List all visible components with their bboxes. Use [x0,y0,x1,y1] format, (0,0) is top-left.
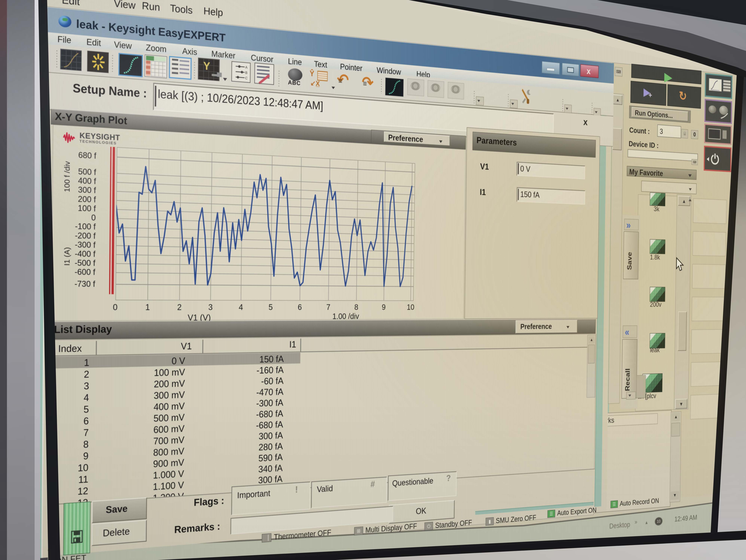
svg-text:C: C [245,76,248,80]
svg-text:B: B [245,71,248,75]
svg-text:A: A [245,65,248,69]
